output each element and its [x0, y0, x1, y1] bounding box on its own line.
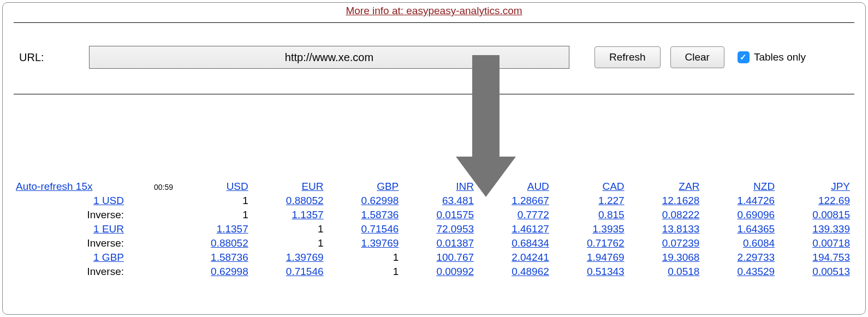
cell-value[interactable]: 1.3935	[592, 223, 624, 235]
cell-value[interactable]: 0.69096	[737, 209, 775, 220]
inverse-label: Inverse:	[14, 236, 128, 250]
cell-value[interactable]: 194.753	[812, 252, 850, 263]
col-inr[interactable]: INR	[456, 181, 474, 192]
row-label[interactable]: 1 GBP	[93, 252, 124, 263]
cell-value: 1	[177, 208, 253, 222]
cell-value[interactable]: 139.339	[812, 223, 850, 235]
cell-value[interactable]: 1.227	[598, 195, 625, 206]
tables-only-label: Tables only	[754, 51, 806, 63]
cell-value[interactable]: 0.88052	[211, 237, 248, 249]
cell-value[interactable]: 0.71546	[286, 266, 324, 277]
cell-value[interactable]: 0.08222	[662, 209, 700, 220]
rates-table-area: Auto-refresh 15x 00:59USDEURGBPINRAUDCAD…	[14, 94, 854, 279]
cell-value: 1	[328, 250, 403, 265]
cell-value[interactable]: 12.1628	[662, 195, 700, 206]
cell-value[interactable]: 0.00815	[812, 209, 850, 220]
cell-value: 1	[253, 236, 328, 250]
clear-button[interactable]: Clear	[670, 46, 724, 68]
cell-value[interactable]: 2.29733	[737, 252, 775, 263]
cell-value[interactable]: 0.815	[598, 209, 625, 220]
cell-value[interactable]: 1.39769	[286, 252, 324, 263]
row-label[interactable]: 1 EUR	[93, 223, 124, 235]
col-cad[interactable]: CAD	[602, 181, 624, 192]
url-label: URL:	[19, 51, 79, 64]
cell-value[interactable]: 100.767	[436, 252, 474, 263]
col-usd[interactable]: USD	[227, 181, 248, 192]
refresh-button[interactable]: Refresh	[594, 46, 661, 68]
cell-value[interactable]: 1.1357	[292, 209, 323, 220]
check-icon: ✓	[738, 51, 750, 63]
cell-value[interactable]: 1.58736	[361, 209, 399, 220]
tables-only-checkbox[interactable]: ✓ Tables only	[738, 51, 806, 63]
cell-value[interactable]: 1.46127	[512, 223, 549, 235]
cell-value[interactable]: 1.44726	[737, 195, 775, 206]
cell-value[interactable]: 0.51343	[587, 266, 625, 277]
cell-value[interactable]: 0.01575	[436, 209, 474, 220]
cell-value[interactable]: 0.07239	[662, 237, 700, 249]
main-panel: More info at: easypeasy-analytics.com UR…	[2, 2, 866, 315]
row-label[interactable]: 1 USD	[93, 195, 124, 206]
cell-value[interactable]: 0.00992	[436, 266, 474, 277]
cell-value[interactable]: 0.48962	[512, 266, 549, 277]
cell-value: 1	[177, 194, 253, 208]
cell-value[interactable]: 2.04241	[512, 252, 549, 263]
cell-value[interactable]: 0.6084	[743, 237, 775, 249]
cell-value[interactable]: 122.69	[818, 195, 850, 206]
cell-value[interactable]: 0.71762	[587, 237, 625, 249]
url-input[interactable]	[89, 46, 569, 69]
cell-value[interactable]: 0.0518	[668, 266, 699, 277]
cell-value: 1	[253, 222, 328, 236]
cell-value[interactable]: 0.62998	[211, 266, 248, 277]
cell-value[interactable]: 1.39769	[361, 237, 399, 249]
cell-value[interactable]: 1.1357	[217, 223, 248, 235]
cell-value[interactable]: 0.00513	[812, 266, 850, 277]
col-aud[interactable]: AUD	[527, 181, 549, 192]
cell-value[interactable]: 72.0953	[436, 223, 474, 235]
col-gbp[interactable]: GBP	[377, 181, 399, 192]
col-nzd[interactable]: NZD	[753, 181, 775, 192]
cell-value[interactable]: 1.64365	[737, 223, 775, 235]
cell-value[interactable]: 0.71546	[361, 223, 399, 235]
url-row: URL: Refresh Clear ✓ Tables only	[14, 23, 854, 92]
cell-value[interactable]: 0.00718	[812, 237, 850, 249]
cell-value[interactable]: 0.7772	[518, 209, 549, 220]
cell-value: 1	[328, 265, 403, 279]
cell-value[interactable]: 0.62998	[361, 195, 399, 206]
col-jpy[interactable]: JPY	[831, 181, 850, 192]
rates-table: Auto-refresh 15x 00:59USDEURGBPINRAUDCAD…	[14, 180, 854, 279]
timer: 00:59	[154, 183, 173, 192]
cell-value[interactable]: 1.28667	[512, 195, 549, 206]
info-link[interactable]: More info at: easypeasy-analytics.com	[14, 4, 854, 20]
cell-value[interactable]: 0.43529	[737, 266, 775, 277]
cell-value[interactable]: 13.8133	[662, 223, 700, 235]
col-zar[interactable]: ZAR	[679, 181, 699, 192]
cell-value[interactable]: 63.481	[442, 195, 474, 206]
cell-value[interactable]: 19.3068	[662, 252, 700, 263]
cell-value[interactable]: 0.01387	[436, 237, 474, 249]
cell-value[interactable]: 0.88052	[286, 195, 324, 206]
col-eur[interactable]: EUR	[301, 181, 323, 192]
auto-refresh-link[interactable]: Auto-refresh 15x	[16, 181, 92, 192]
cell-value[interactable]: 0.68434	[512, 237, 549, 249]
cell-value[interactable]: 1.58736	[211, 252, 248, 263]
cell-value[interactable]: 1.94769	[587, 252, 625, 263]
inverse-label: Inverse:	[14, 208, 128, 222]
inverse-label: Inverse:	[14, 265, 128, 279]
